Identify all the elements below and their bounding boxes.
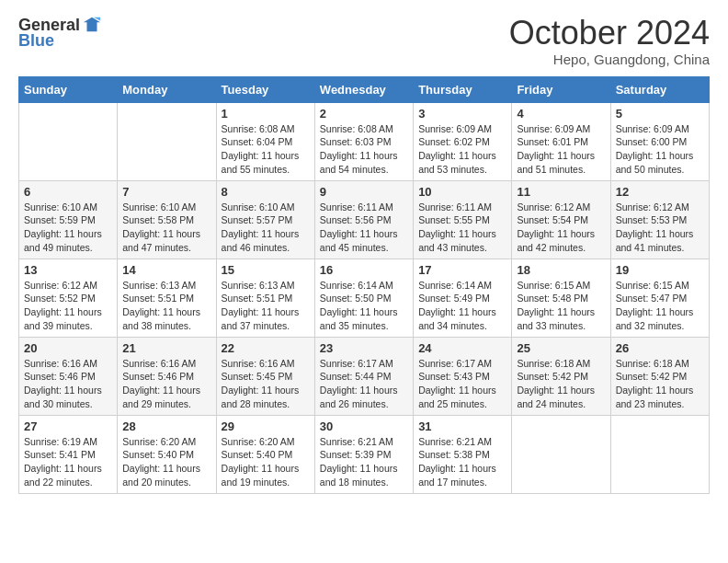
day-number: 14 [122,263,210,277]
calendar-cell: 1Sunrise: 6:08 AM Sunset: 6:04 PM Daylig… [216,102,314,180]
day-number: 2 [320,107,408,121]
day-info: Sunrise: 6:10 AM Sunset: 5:58 PM Dayligh… [122,201,210,255]
calendar-cell: 26Sunrise: 6:18 AM Sunset: 5:42 PM Dayli… [610,337,709,415]
calendar-cell: 20Sunrise: 6:16 AM Sunset: 5:46 PM Dayli… [19,337,118,415]
calendar-week-row: 13Sunrise: 6:12 AM Sunset: 5:52 PM Dayli… [19,259,710,337]
logo: General Blue [18,15,102,51]
subtitle: Hepo, Guangdong, China [509,52,710,67]
day-number: 3 [418,107,506,121]
day-info: Sunrise: 6:12 AM Sunset: 5:52 PM Dayligh… [24,279,112,333]
calendar-cell: 8Sunrise: 6:10 AM Sunset: 5:57 PM Daylig… [216,180,314,259]
header-thursday: Thursday [414,76,512,102]
logo-icon [82,15,102,35]
day-number: 8 [222,185,310,199]
day-number: 12 [616,185,704,199]
calendar-cell: 28Sunrise: 6:20 AM Sunset: 5:40 PM Dayli… [118,415,216,493]
day-number: 10 [418,185,506,199]
day-number: 23 [320,341,408,355]
calendar-cell: 11Sunrise: 6:12 AM Sunset: 5:54 PM Dayli… [512,180,610,259]
calendar-cell: 3Sunrise: 6:09 AM Sunset: 6:02 PM Daylig… [414,102,512,180]
calendar-cell: 5Sunrise: 6:09 AM Sunset: 6:00 PM Daylig… [610,102,709,180]
day-number: 31 [418,419,506,433]
header-saturday: Saturday [610,76,709,102]
calendar-cell: 17Sunrise: 6:14 AM Sunset: 5:49 PM Dayli… [414,259,512,337]
calendar-week-row: 1Sunrise: 6:08 AM Sunset: 6:04 PM Daylig… [19,102,710,180]
calendar-week-row: 27Sunrise: 6:19 AM Sunset: 5:41 PM Dayli… [19,415,710,493]
day-number: 18 [517,263,605,277]
day-info: Sunrise: 6:11 AM Sunset: 5:55 PM Dayligh… [418,201,506,255]
day-info: Sunrise: 6:08 AM Sunset: 6:03 PM Dayligh… [320,122,408,177]
calendar-cell: 16Sunrise: 6:14 AM Sunset: 5:50 PM Dayli… [314,259,413,337]
day-info: Sunrise: 6:20 AM Sunset: 5:40 PM Dayligh… [122,435,210,489]
calendar-cell: 23Sunrise: 6:17 AM Sunset: 5:44 PM Dayli… [314,337,413,415]
day-info: Sunrise: 6:20 AM Sunset: 5:40 PM Dayligh… [222,435,310,489]
day-info: Sunrise: 6:14 AM Sunset: 5:50 PM Dayligh… [320,279,408,333]
day-number: 9 [320,185,408,199]
day-info: Sunrise: 6:09 AM Sunset: 6:01 PM Dayligh… [517,122,605,177]
calendar-cell: 22Sunrise: 6:16 AM Sunset: 5:45 PM Dayli… [216,337,314,415]
day-info: Sunrise: 6:09 AM Sunset: 6:00 PM Dayligh… [616,122,704,177]
day-info: Sunrise: 6:12 AM Sunset: 5:53 PM Dayligh… [616,201,704,255]
svg-marker-0 [84,17,100,32]
day-info: Sunrise: 6:10 AM Sunset: 5:59 PM Dayligh… [24,201,112,255]
day-info: Sunrise: 6:10 AM Sunset: 5:57 PM Dayligh… [222,201,310,255]
calendar-cell: 9Sunrise: 6:11 AM Sunset: 5:56 PM Daylig… [314,180,413,259]
calendar-cell: 29Sunrise: 6:20 AM Sunset: 5:40 PM Dayli… [216,415,314,493]
day-number: 1 [222,107,310,121]
day-info: Sunrise: 6:15 AM Sunset: 5:47 PM Dayligh… [616,279,704,333]
day-info: Sunrise: 6:09 AM Sunset: 6:02 PM Dayligh… [418,122,506,177]
calendar-cell: 24Sunrise: 6:17 AM Sunset: 5:43 PM Dayli… [414,337,512,415]
day-number: 27 [24,419,112,433]
calendar-cell: 4Sunrise: 6:09 AM Sunset: 6:01 PM Daylig… [512,102,610,180]
day-number: 15 [222,263,310,277]
day-info: Sunrise: 6:17 AM Sunset: 5:43 PM Dayligh… [418,357,506,411]
page-header: General Blue October 2024 Hepo, Guangdon… [18,15,710,67]
day-info: Sunrise: 6:16 AM Sunset: 5:46 PM Dayligh… [24,357,112,411]
calendar-week-row: 6Sunrise: 6:10 AM Sunset: 5:59 PM Daylig… [19,180,710,259]
day-number: 16 [320,263,408,277]
header-monday: Monday [118,76,216,102]
calendar-cell: 15Sunrise: 6:13 AM Sunset: 5:51 PM Dayli… [216,259,314,337]
header-sunday: Sunday [19,76,118,102]
day-info: Sunrise: 6:18 AM Sunset: 5:42 PM Dayligh… [517,357,605,411]
day-number: 21 [122,341,210,355]
day-number: 17 [418,263,506,277]
day-info: Sunrise: 6:15 AM Sunset: 5:48 PM Dayligh… [517,279,605,333]
day-number: 5 [616,107,704,121]
day-number: 26 [616,341,704,355]
calendar-week-row: 20Sunrise: 6:16 AM Sunset: 5:46 PM Dayli… [19,337,710,415]
calendar-cell: 6Sunrise: 6:10 AM Sunset: 5:59 PM Daylig… [19,180,118,259]
calendar-cell [19,102,118,180]
day-number: 19 [616,263,704,277]
day-number: 29 [222,419,310,433]
day-number: 13 [24,263,112,277]
day-info: Sunrise: 6:14 AM Sunset: 5:49 PM Dayligh… [418,279,506,333]
header-tuesday: Tuesday [216,76,314,102]
day-number: 20 [24,341,112,355]
day-number: 24 [418,341,506,355]
calendar-cell: 13Sunrise: 6:12 AM Sunset: 5:52 PM Dayli… [19,259,118,337]
day-info: Sunrise: 6:17 AM Sunset: 5:44 PM Dayligh… [320,357,408,411]
day-info: Sunrise: 6:12 AM Sunset: 5:54 PM Dayligh… [517,201,605,255]
day-info: Sunrise: 6:21 AM Sunset: 5:39 PM Dayligh… [320,435,408,489]
header-wednesday: Wednesday [314,76,413,102]
title-block: October 2024 Hepo, Guangdong, China [509,15,710,67]
calendar-cell: 10Sunrise: 6:11 AM Sunset: 5:55 PM Dayli… [414,180,512,259]
logo-blue-text: Blue [18,31,54,51]
calendar-cell: 31Sunrise: 6:21 AM Sunset: 5:38 PM Dayli… [414,415,512,493]
calendar-cell: 19Sunrise: 6:15 AM Sunset: 5:47 PM Dayli… [610,259,709,337]
calendar-cell: 25Sunrise: 6:18 AM Sunset: 5:42 PM Dayli… [512,337,610,415]
calendar-table: SundayMondayTuesdayWednesdayThursdayFrid… [18,76,710,494]
day-info: Sunrise: 6:08 AM Sunset: 6:04 PM Dayligh… [222,122,310,177]
main-title: October 2024 [509,15,710,52]
day-number: 22 [222,341,310,355]
day-number: 6 [24,185,112,199]
calendar-cell: 14Sunrise: 6:13 AM Sunset: 5:51 PM Dayli… [118,259,216,337]
day-info: Sunrise: 6:18 AM Sunset: 5:42 PM Dayligh… [616,357,704,411]
day-number: 7 [122,185,210,199]
calendar-cell: 30Sunrise: 6:21 AM Sunset: 5:39 PM Dayli… [314,415,413,493]
day-number: 30 [320,419,408,433]
day-info: Sunrise: 6:13 AM Sunset: 5:51 PM Dayligh… [222,279,310,333]
calendar-cell: 21Sunrise: 6:16 AM Sunset: 5:46 PM Dayli… [118,337,216,415]
calendar-cell [610,415,709,493]
